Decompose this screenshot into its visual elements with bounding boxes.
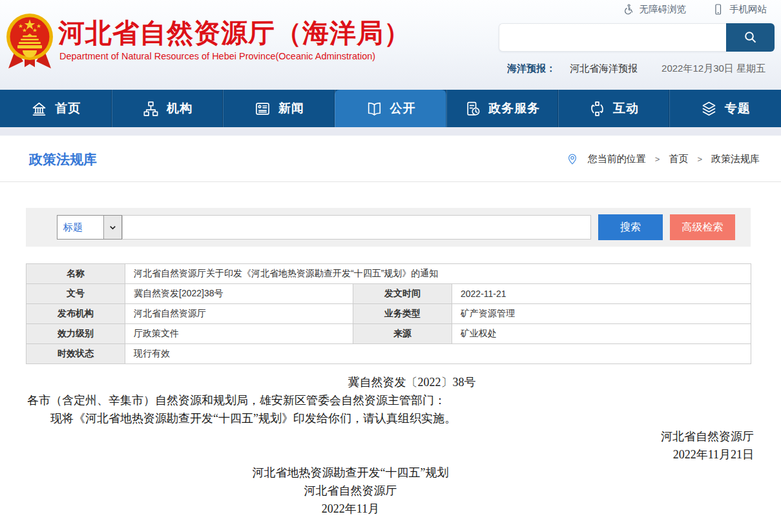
header-date: 2022年12月30日 星期五 bbox=[661, 63, 765, 75]
meta-label: 发布机构 bbox=[26, 304, 125, 324]
accessibility-icon bbox=[622, 3, 634, 15]
search-button[interactable]: 搜索 bbox=[598, 214, 663, 240]
meta-label: 时效状态 bbox=[26, 344, 125, 364]
nav-item-label: 新闻 bbox=[278, 100, 304, 117]
meta-label: 来源 bbox=[353, 324, 452, 344]
nav-item-label: 公开 bbox=[390, 100, 416, 117]
site-header: 河北省自然资源厅（海洋局） Department of Natural Reso… bbox=[0, 0, 781, 90]
meta-label: 业务类型 bbox=[353, 304, 452, 324]
header-search-input[interactable] bbox=[499, 23, 726, 52]
meta-label: 文号 bbox=[26, 284, 125, 304]
breadcrumb-current: 政策法规库 bbox=[711, 153, 760, 165]
nav-item-label: 首页 bbox=[55, 100, 81, 117]
page-title: 政策法规库 bbox=[29, 150, 97, 169]
plan-date: 2022年11月 bbox=[27, 500, 754, 518]
national-emblem-logo bbox=[5, 10, 54, 71]
meta-label: 发文时间 bbox=[353, 284, 452, 304]
nav-item-label: 政务服务 bbox=[488, 100, 540, 117]
location-pin-icon bbox=[566, 152, 579, 165]
breadcrumb-home-link[interactable]: 首页 bbox=[669, 153, 688, 165]
newspaper-icon bbox=[254, 100, 271, 118]
nav-item-topics[interactable]: 专题 bbox=[669, 90, 781, 127]
table-row: 名称 河北省自然资源厅关于印发《河北省地热资源勘查开发“十四五”规划》的通知 bbox=[26, 264, 751, 284]
divider-strip bbox=[0, 127, 781, 136]
plan-org: 河北省自然资源厅 bbox=[27, 482, 754, 500]
breadcrumb-location-label: 您当前的位置 bbox=[588, 153, 646, 165]
policy-search-panel: 标题 搜索 高级检索 bbox=[26, 208, 751, 247]
meta-value: 矿产资源管理 bbox=[452, 304, 751, 324]
meta-value: 2022-11-21 bbox=[452, 284, 751, 304]
breadcrumb-separator: > bbox=[697, 154, 702, 164]
meta-label: 效力级别 bbox=[26, 324, 125, 344]
search-icon bbox=[743, 30, 758, 45]
meta-value: 河北省自然资源厅 bbox=[125, 304, 353, 324]
advanced-search-button[interactable]: 高级检索 bbox=[670, 214, 735, 240]
accessibility-link[interactable]: 无障碍浏览 bbox=[622, 3, 687, 15]
nav-item-home[interactable]: 首页 bbox=[0, 90, 112, 127]
table-row: 效力级别 厅政策文件 来源 矿业权处 bbox=[26, 324, 751, 344]
table-row: 发布机构 河北省自然资源厅 业务类型 矿产资源管理 bbox=[26, 304, 751, 324]
meta-label: 名称 bbox=[26, 264, 125, 284]
org-chart-icon bbox=[142, 100, 160, 118]
policy-search-input[interactable] bbox=[122, 215, 591, 240]
meta-value: 河北省自然资源厅关于印发《河北省地热资源勘查开发“十四五”规划》的通知 bbox=[125, 264, 751, 284]
nav-item-news[interactable]: 新闻 bbox=[223, 90, 335, 127]
header-search-button[interactable] bbox=[726, 23, 775, 52]
search-field-selected-value: 标题 bbox=[57, 216, 103, 239]
document-body: 冀自然资发〔2022〕38号 各市（含定州、辛集市）自然资源和规划局，雄安新区管… bbox=[27, 373, 754, 518]
document-meta-table: 名称 河北省自然资源厅关于印发《河北省地热资源勘查开发“十四五”规划》的通知 文… bbox=[26, 263, 751, 364]
meta-value: 厅政策文件 bbox=[125, 324, 353, 344]
site-title: 河北省自然资源厅（海洋局） bbox=[58, 15, 411, 51]
meta-value: 矿业权处 bbox=[452, 324, 751, 344]
document-paragraph: 现将《河北省地热资源勘查开发“十四五”规划》印发给你们，请认真组织实施。 bbox=[27, 409, 754, 427]
forecast-link[interactable]: 河北省海洋预报 bbox=[570, 63, 638, 75]
table-row: 时效状态 现行有效 bbox=[26, 344, 751, 364]
breadcrumb: 您当前的位置 > 首页 > 政策法规库 bbox=[566, 152, 760, 165]
breadcrumb-bar: 政策法规库 您当前的位置 > 首页 > 政策法规库 bbox=[0, 136, 781, 182]
nav-item-interact[interactable]: 互动 bbox=[558, 90, 670, 127]
nav-item-services[interactable]: 政务服务 bbox=[446, 90, 558, 127]
nav-item-label: 专题 bbox=[725, 100, 751, 117]
search-field-select[interactable]: 标题 bbox=[57, 215, 122, 240]
document-clock-icon bbox=[464, 100, 481, 118]
document-number-line: 冀自然资发〔2022〕38号 bbox=[27, 373, 754, 391]
site-subtitle: Department of Natural Resources of Hebei… bbox=[59, 51, 375, 61]
header-search bbox=[499, 23, 775, 52]
forecast-label: 海洋预报： bbox=[507, 63, 556, 75]
mobile-phone-icon bbox=[712, 3, 724, 15]
nav-item-org[interactable]: 机构 bbox=[112, 90, 224, 127]
breadcrumb-separator: > bbox=[655, 154, 660, 164]
plan-title: 河北省地热资源勘查开发“十四五”规划 bbox=[27, 464, 754, 482]
forecast-row: 海洋预报： 河北省海洋预报 2022年12月30日 星期五 bbox=[507, 63, 765, 75]
nav-item-public[interactable]: 公开 bbox=[335, 90, 446, 127]
document-signature-date: 2022年11月21日 bbox=[27, 445, 754, 464]
mobile-site-label: 手机网站 bbox=[729, 3, 767, 15]
document-salutation: 各市（含定州、辛集市）自然资源和规划局，雄安新区管委会自然资源主管部门： bbox=[27, 391, 754, 409]
table-row: 文号 冀自然资发[2022]38号 发文时间 2022-11-21 bbox=[26, 284, 751, 304]
chevron-down-icon bbox=[103, 216, 121, 239]
home-icon bbox=[30, 100, 48, 118]
mobile-site-link[interactable]: 手机网站 bbox=[712, 3, 767, 15]
layers-icon bbox=[700, 100, 718, 118]
document-signature-org: 河北省自然资源厅 bbox=[27, 427, 754, 445]
page: 河北省自然资源厅（海洋局） Department of Natural Reso… bbox=[0, 0, 781, 532]
meta-value: 现行有效 bbox=[125, 344, 751, 364]
nav-item-label: 机构 bbox=[167, 100, 193, 117]
nav-item-label: 互动 bbox=[613, 100, 639, 117]
header-top-links: 无障碍浏览 手机网站 bbox=[622, 3, 767, 15]
main-content: 标题 搜索 高级检索 名称 河北省自然资源厅关于印发《河北省地热资源勘查开发“十… bbox=[0, 182, 781, 532]
meta-value: 冀自然资发[2022]38号 bbox=[125, 284, 353, 304]
interaction-arrows-icon bbox=[588, 100, 606, 118]
main-nav: 首页 机构 新闻 公开 政务服务 bbox=[0, 90, 781, 127]
accessibility-label: 无障碍浏览 bbox=[640, 3, 687, 15]
open-book-icon bbox=[366, 100, 383, 118]
